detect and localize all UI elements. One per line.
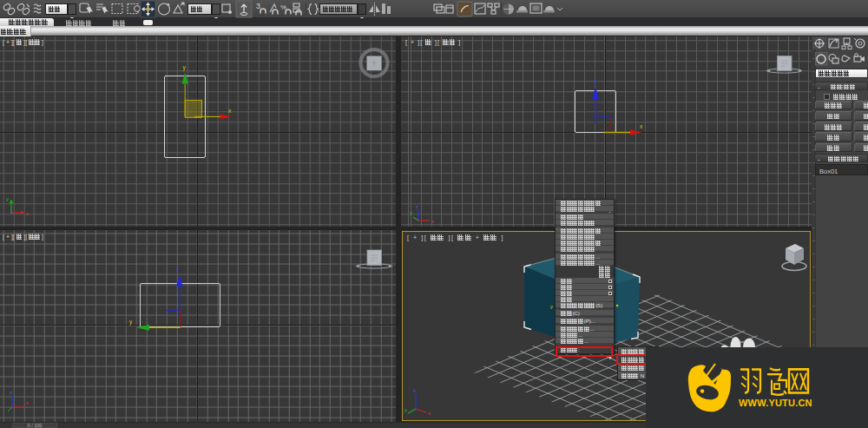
svg-text:y: y [404, 407, 407, 412]
svg-text:x: x [26, 400, 29, 405]
svg-text:z: z [594, 78, 596, 84]
svg-text:z: z [176, 267, 179, 273]
svg-text:y: y [129, 319, 133, 326]
svg-text:x: x [640, 123, 643, 129]
svg-text:x: x [428, 411, 431, 416]
svg-text:y: y [550, 304, 553, 309]
svg-text:z: z [10, 390, 12, 395]
svg-text:y: y [6, 196, 9, 201]
svg-text:z: z [413, 388, 416, 393]
svg-text:y: y [410, 210, 412, 215]
svg-text:x: x [228, 108, 232, 114]
svg-text:z: z [416, 204, 418, 209]
svg-text:x: x [26, 211, 29, 216]
svg-text:y: y [183, 64, 187, 71]
svg-text:3: 3 [256, 2, 260, 10]
svg-text:x: x [431, 219, 434, 224]
